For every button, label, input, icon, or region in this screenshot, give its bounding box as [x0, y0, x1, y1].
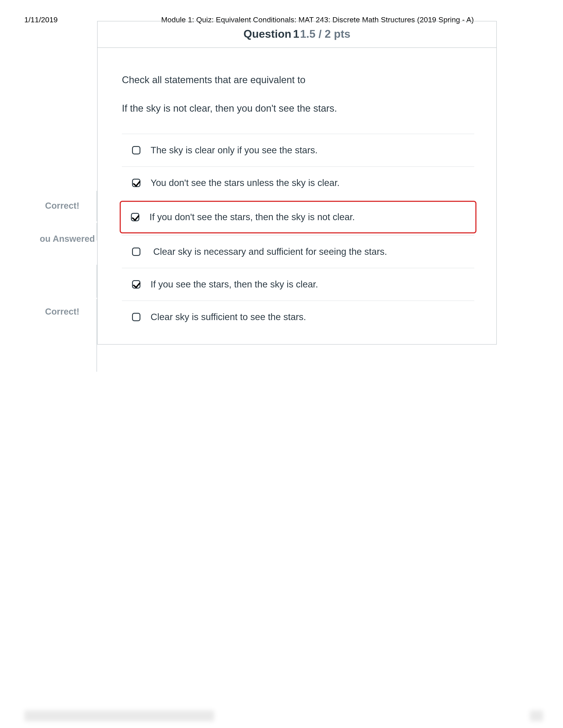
checkbox-wrap	[122, 313, 150, 321]
checkbox-wrap	[122, 248, 150, 256]
checkbox-icon[interactable]	[132, 146, 140, 154]
answer-text: Clear sky is sufficient to see the stars…	[150, 312, 306, 322]
print-date: 1/11/2019	[24, 15, 58, 24]
checkbox-icon[interactable]	[132, 313, 140, 321]
answer-row[interactable]: If you see the stars, then the sky is cl…	[122, 268, 474, 300]
feedback-you-answered-label: ou Answered	[40, 234, 95, 244]
checkbox-icon[interactable]	[132, 280, 140, 289]
checkbox-icon[interactable]	[132, 248, 140, 256]
question-points: 1.5 / 2 pts	[300, 28, 351, 40]
answer-text: You don't see the stars unless the sky i…	[150, 178, 340, 188]
checkbox-wrap	[121, 213, 149, 221]
answers-list: The sky is clear only if you see the sta…	[122, 134, 474, 333]
answer-text: The sky is clear only if you see the sta…	[150, 145, 318, 156]
checkbox-wrap	[122, 179, 150, 187]
footer-blur-right	[530, 710, 543, 721]
footer-blur	[24, 710, 214, 721]
feedback-correct-label-2: Correct!	[45, 307, 79, 317]
answer-row[interactable]: The sky is clear only if you see the sta…	[122, 134, 474, 166]
question-container: Question11.5 / 2 pts Check all statement…	[97, 21, 497, 345]
answer-text: If you don't see the stars, then the sky…	[149, 212, 355, 222]
checkbox-wrap	[122, 146, 150, 154]
answer-row-incorrect[interactable]: If you don't see the stars, then the sky…	[120, 201, 477, 233]
answer-text: Clear sky is necessary and sufficient fo…	[150, 246, 387, 257]
page: 1/11/2019 Module 1: Quiz: Equivalent Con…	[0, 0, 563, 728]
checkbox-wrap	[122, 280, 150, 289]
question-number: 1	[293, 28, 299, 40]
prompt-line-1: Check all statements that are equivalent…	[122, 73, 474, 86]
checkbox-icon[interactable]	[131, 213, 139, 221]
answer-text: If you see the stars, then the sky is cl…	[150, 279, 318, 290]
question-prompt: Check all statements that are equivalent…	[122, 73, 474, 115]
prompt-line-2: If the sky is not clear, then you don't …	[122, 102, 474, 115]
answer-row[interactable]: Clear sky is necessary and sufficient fo…	[122, 235, 474, 268]
question-header: Question11.5 / 2 pts	[98, 21, 496, 48]
answer-row[interactable]: Clear sky is sufficient to see the stars…	[122, 300, 474, 333]
answer-row[interactable]: You don't see the stars unless the sky i…	[122, 166, 474, 199]
checkbox-icon[interactable]	[132, 179, 140, 187]
question-body: Check all statements that are equivalent…	[98, 48, 496, 344]
question-label: Question	[243, 28, 292, 40]
feedback-correct-label: Correct!	[45, 201, 79, 211]
